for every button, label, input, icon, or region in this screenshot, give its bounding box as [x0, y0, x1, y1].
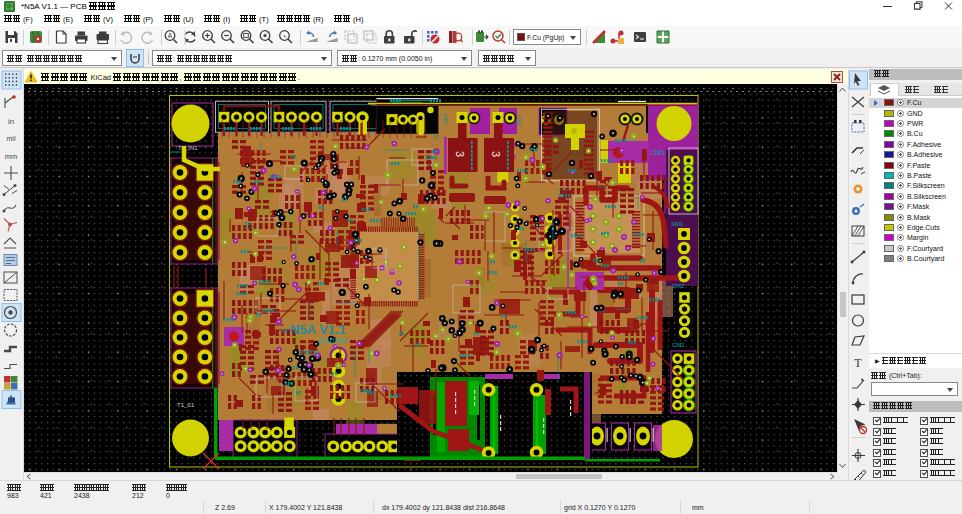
svg-text:15: 15	[433, 134, 439, 140]
svg-text:T1_IN1: T1_IN1	[178, 145, 198, 151]
svg-text:T1_01: T1_01	[177, 402, 195, 408]
svg-text:N5A V1.1: N5A V1.1	[290, 322, 346, 337]
svg-text:mil: mil	[7, 135, 16, 142]
svg-text:in: in	[8, 117, 14, 126]
svg-text:T: T	[854, 356, 862, 370]
svg-text:QM2: QM2	[442, 113, 448, 125]
svg-text:CM2: CM2	[672, 342, 685, 348]
svg-text:SM1: SM1	[671, 221, 684, 227]
svg-text:CM1: CM1	[650, 149, 665, 156]
svg-text:3: 3	[490, 151, 502, 157]
svg-text:20210423: 20210423	[318, 337, 347, 344]
svg-text:A: A	[168, 32, 173, 39]
svg-text:QM1: QM1	[516, 114, 522, 126]
svg-text:SWD1: SWD1	[299, 349, 319, 356]
svg-text:mm: mm	[5, 152, 18, 161]
svg-text:SM2: SM2	[672, 283, 685, 289]
svg-text:3: 3	[454, 151, 466, 157]
